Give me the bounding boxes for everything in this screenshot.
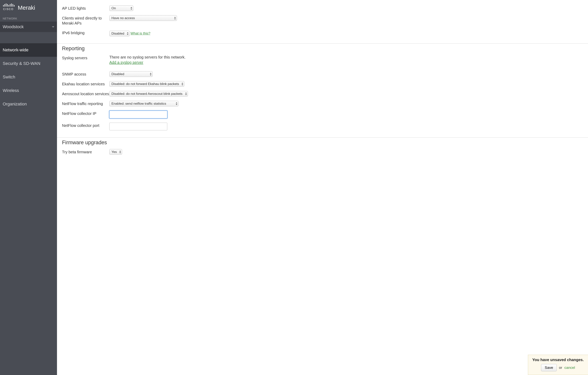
vendor-text: CISCO <box>3 8 13 11</box>
svg-rect-0 <box>3 5 4 7</box>
nav-item-switch[interactable]: Switch <box>0 70 57 84</box>
or-text: or <box>559 365 562 370</box>
network-selector[interactable]: Woodstock <box>0 22 57 32</box>
add-syslog-link[interactable]: Add a syslog server <box>109 60 143 64</box>
snmp-select[interactable]: Disabled <box>109 71 153 77</box>
netflow-ip-label: NetFlow collector IP <box>62 111 109 116</box>
syslog-label: Syslog servers <box>62 55 109 61</box>
ipv6-select[interactable]: Disabled <box>109 31 130 36</box>
brand-logo: CISCO Meraki <box>0 0 57 17</box>
nav-item-wireless[interactable]: Wireless <box>0 84 57 97</box>
svg-rect-7 <box>12 4 13 7</box>
svg-rect-3 <box>7 4 8 7</box>
svg-rect-4 <box>9 5 9 7</box>
what-is-this-link[interactable]: What is this? <box>130 31 150 35</box>
reporting-section: Reporting Syslog servers There are no sy… <box>57 44 588 138</box>
ap-led-select[interactable]: On <box>109 5 133 11</box>
cancel-link[interactable]: cancel <box>564 365 575 370</box>
netflow-ip-input[interactable] <box>109 111 167 118</box>
svg-rect-1 <box>4 4 5 7</box>
chevron-down-icon <box>52 26 54 28</box>
svg-rect-2 <box>6 3 6 7</box>
aeroscout-label: Aeroscout location services <box>62 91 109 96</box>
ap-led-label: AP LED lights <box>62 5 109 11</box>
unsaved-changes-bar: You have unsaved changes. Save or cancel <box>528 355 588 375</box>
beta-firmware-label: Try beta firmware <box>62 149 109 155</box>
syslog-message: There are no syslog servers for this net… <box>109 55 583 60</box>
main: AP LED lights On Clients wired directly … <box>57 0 588 375</box>
unsaved-title: You have unsaved changes. <box>532 358 584 362</box>
svg-rect-8 <box>14 5 14 7</box>
product-text: Meraki <box>18 4 35 11</box>
ekahau-label: Ekahau location services <box>62 81 109 86</box>
reporting-heading: Reporting <box>62 46 583 52</box>
network-name: Woodstock <box>3 24 24 29</box>
top-section: AP LED lights On Clients wired directly … <box>57 3 588 44</box>
nav: Network-wide Security & SD-WAN Switch Wi… <box>0 43 57 111</box>
ipv6-label: IPv6 bridging <box>62 30 109 35</box>
aeroscout-select[interactable]: Disabled: do not forward Aeroscout blink… <box>109 91 188 96</box>
nav-item-organization[interactable]: Organization <box>0 97 57 111</box>
netflow-port-input[interactable] <box>109 123 167 130</box>
snmp-label: SNMP access <box>62 71 109 77</box>
netflow-reporting-label: NetFlow traffic reporting <box>62 101 109 106</box>
nav-item-network-wide[interactable]: Network-wide <box>0 43 57 57</box>
firmware-section: Firmware upgrades Try beta firmware Yes <box>57 138 588 165</box>
netflow-reporting-select[interactable]: Enabled: send netflow traffic statistics <box>109 101 178 106</box>
sidebar: CISCO Meraki NETWORK Woodstock Network-w… <box>0 0 57 375</box>
svg-rect-6 <box>11 3 12 7</box>
network-label: NETWORK <box>0 17 57 22</box>
save-button[interactable]: Save <box>541 364 557 371</box>
ekahau-select[interactable]: Disabled: do not forward Ekahau blink pa… <box>109 81 184 87</box>
svg-rect-5 <box>10 4 10 7</box>
nav-item-security-sdwan[interactable]: Security & SD-WAN <box>0 57 57 70</box>
netflow-port-label: NetFlow collector port <box>62 123 109 128</box>
firmware-heading: Firmware upgrades <box>62 140 583 146</box>
beta-firmware-select[interactable]: Yes <box>109 149 122 155</box>
clients-wired-label: Clients wired directly to Meraki APs <box>62 15 109 26</box>
clients-wired-select[interactable]: Have no access <box>109 15 177 21</box>
